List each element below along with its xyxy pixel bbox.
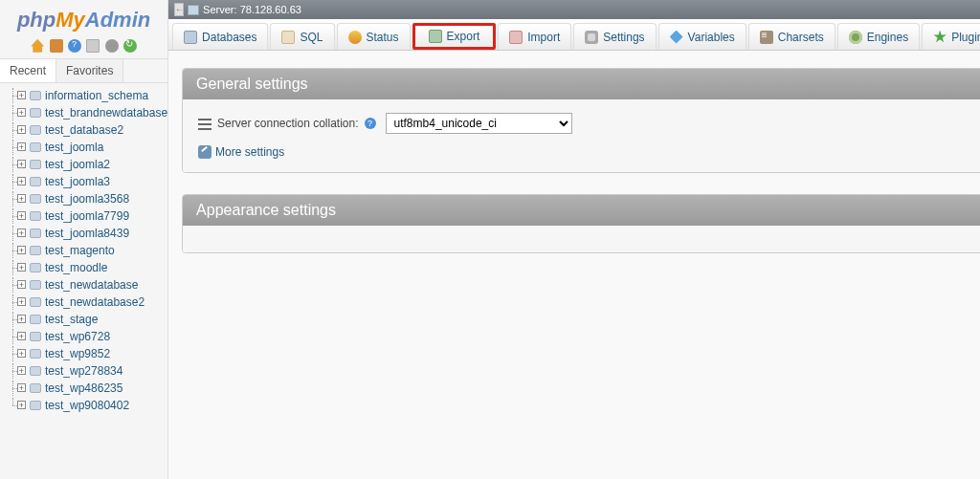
db-item[interactable]: test_newdatabase — [0, 276, 167, 294]
db-item[interactable]: test_wp9080402 — [0, 397, 167, 414]
expand-icon[interactable] — [17, 177, 26, 185]
db-item[interactable]: test_magento — [0, 242, 167, 259]
db-item[interactable]: test_joomla2 — [0, 156, 167, 173]
tab-charsets[interactable]: Charsets — [748, 23, 835, 50]
tree-line-icon — [8, 294, 17, 310]
panel-title: Appearance settings — [183, 195, 980, 226]
database-icon — [30, 142, 41, 152]
expand-icon[interactable] — [17, 160, 26, 168]
db-label: test_stage — [45, 313, 98, 326]
expand-icon[interactable] — [17, 315, 26, 323]
tree-line-icon — [8, 312, 17, 327]
db-item[interactable]: test_joomla7799 — [0, 207, 167, 225]
database-icon — [30, 315, 41, 324]
db-item[interactable]: test_joomla — [0, 139, 167, 156]
expand-icon[interactable] — [17, 108, 26, 117]
tree-line-icon — [8, 122, 17, 138]
engines-icon — [849, 31, 862, 44]
sql-icon — [281, 31, 295, 44]
db-item[interactable]: test_moodle — [0, 259, 167, 276]
expand-icon[interactable] — [17, 297, 26, 306]
tree-line-icon — [8, 363, 17, 379]
more-settings-row: More settings — [198, 145, 976, 159]
top-tabs: DatabasesSQLStatusExportImportSettingsVa… — [168, 19, 980, 51]
expand-icon[interactable] — [17, 332, 26, 340]
tab-databases[interactable]: Databases — [172, 23, 268, 50]
tab-variables[interactable]: Variables — [658, 23, 746, 50]
tree-line-icon — [8, 277, 17, 293]
expand-icon[interactable] — [17, 349, 26, 358]
db-item[interactable]: test_wp278834 — [0, 362, 167, 380]
db-label: information_schema — [45, 89, 148, 102]
expand-icon[interactable] — [17, 401, 26, 409]
expand-icon[interactable] — [17, 246, 26, 254]
tree-line-icon — [8, 226, 17, 241]
database-icon — [30, 91, 41, 100]
db-item[interactable]: test_newdatabase2 — [0, 294, 167, 311]
expand-icon[interactable] — [17, 383, 26, 392]
tree-line-icon — [8, 346, 17, 361]
db-item[interactable]: test_database2 — [0, 121, 167, 139]
tab-sql[interactable]: SQL — [270, 23, 334, 50]
reload-nav-icon[interactable] — [105, 39, 119, 53]
docs-icon[interactable] — [68, 39, 81, 53]
expand-icon[interactable] — [17, 263, 26, 272]
db-label: test_joomla8439 — [45, 227, 129, 240]
tab-export[interactable]: Export — [412, 23, 497, 50]
panel-title: General settings — [183, 69, 980, 99]
db-item[interactable]: test_joomla8439 — [0, 225, 167, 242]
db-item[interactable]: information_schema — [0, 87, 167, 104]
import-icon — [509, 31, 523, 44]
expand-icon[interactable] — [17, 125, 26, 134]
tab-plugins[interactable]: Plugins — [922, 23, 980, 50]
tab-label: Variables — [688, 31, 735, 44]
collation-row: Server connection collation: ? utf8mb4_u… — [198, 113, 976, 134]
db-item[interactable]: test_wp6728 — [0, 328, 167, 345]
database-icon — [30, 246, 41, 255]
help-icon[interactable]: ? — [365, 118, 376, 129]
expand-icon[interactable] — [17, 229, 26, 237]
db-item[interactable]: test_brandnewdatabase — [0, 104, 167, 121]
logout-icon[interactable] — [50, 39, 63, 53]
server-host[interactable]: 78.128.60.63 — [240, 4, 301, 15]
db-item[interactable]: test_wp9852 — [0, 345, 167, 362]
expand-icon[interactable] — [17, 91, 26, 99]
db-label: test_magento — [45, 244, 115, 257]
database-icon — [30, 297, 41, 307]
expand-icon[interactable] — [17, 211, 26, 220]
db-label: test_wp486235 — [45, 381, 122, 395]
logo[interactable]: phpMyAdmin — [0, 0, 167, 36]
logo-text: My — [56, 8, 85, 32]
database-icon — [30, 263, 41, 272]
status-icon — [348, 31, 362, 44]
refresh-icon[interactable] — [123, 39, 137, 53]
tab-favorites[interactable]: Favorites — [56, 59, 123, 82]
database-icon — [30, 401, 41, 410]
tab-settings[interactable]: Settings — [573, 23, 656, 50]
main: ← Server: 78.128.60.63 DatabasesSQLStatu… — [168, 0, 980, 479]
collapse-sidebar-button[interactable]: ← — [174, 3, 184, 16]
db-item[interactable]: test_stage — [0, 311, 167, 328]
general-settings-panel: General settings Server connection colla… — [182, 68, 980, 173]
db-label: test_wp9080402 — [45, 399, 129, 412]
home-icon[interactable] — [31, 39, 44, 53]
tab-label: Status — [367, 31, 399, 44]
tab-status[interactable]: Status — [337, 23, 411, 50]
tab-recent[interactable]: Recent — [0, 59, 56, 82]
expand-icon[interactable] — [17, 280, 26, 289]
expand-icon[interactable] — [17, 194, 26, 203]
expand-icon[interactable] — [17, 366, 26, 375]
navpanel-settings-icon[interactable] — [86, 39, 100, 53]
db-item[interactable]: test_wp486235 — [0, 380, 167, 397]
expand-icon[interactable] — [17, 142, 26, 151]
sidebar-toolbar — [0, 36, 167, 58]
db-item[interactable]: test_joomla3568 — [0, 190, 167, 207]
collation-select[interactable]: utf8mb4_unicode_ci — [386, 113, 572, 134]
tab-engines[interactable]: Engines — [837, 23, 920, 50]
tree-line-icon — [8, 381, 17, 396]
tree-line-icon — [8, 398, 17, 413]
more-settings-link[interactable]: More settings — [215, 145, 284, 159]
tab-import[interactable]: Import — [498, 23, 571, 50]
database-icon — [30, 349, 41, 359]
db-item[interactable]: test_joomla3 — [0, 173, 167, 190]
